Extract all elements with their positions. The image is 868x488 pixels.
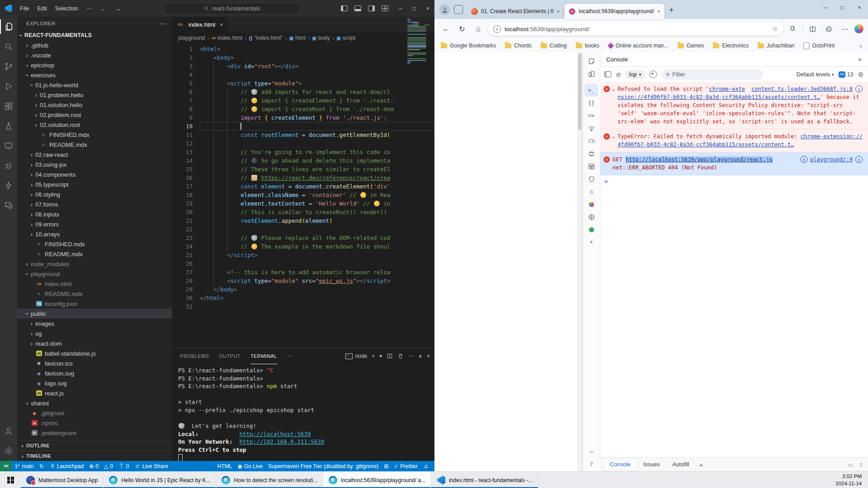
- breadcrumb-item[interactable]: ▣body: [312, 35, 330, 41]
- drawer-add-icon[interactable]: +: [697, 461, 706, 469]
- settings-more-icon[interactable]: ⋯: [838, 22, 852, 36]
- bookmark-electronics[interactable]: Electronics: [713, 42, 749, 49]
- source-link[interactable]: playground/:9: [810, 155, 853, 164]
- maximize-icon[interactable]: □: [834, 0, 851, 15]
- close-icon[interactable]: ×: [421, 0, 434, 17]
- tree-item-01-js-hello-world[interactable]: ›01.js-hello-world: [17, 80, 172, 90]
- taskbar-button-how[interactable]: How to detect the screen resoluti...: [216, 472, 323, 488]
- ai-explain-icon[interactable]: ✦: [855, 85, 863, 93]
- bookmarks-overflow-icon[interactable]: ›: [860, 42, 862, 49]
- tree-item-favicon-ico[interactable]: ★favicon.ico: [17, 358, 172, 368]
- activity-extensions[interactable]: [0, 96, 17, 116]
- terminal-dropdown-icon[interactable]: ▾: [379, 353, 382, 359]
- terminal[interactable]: PS E:\react-fundamentals> ^CPS E:\react-…: [178, 366, 434, 461]
- dock-icon[interactable]: ▭: [848, 461, 853, 468]
- tree-item--github[interactable]: ›.github: [17, 40, 172, 50]
- source-link[interactable]: content.ts-loader-3ed3668f.js:8: [751, 85, 853, 93]
- section-outline[interactable]: ›OUTLINE: [17, 440, 172, 450]
- activity-source-control[interactable]: [0, 56, 17, 76]
- site-info-icon[interactable]: i: [493, 25, 501, 33]
- ai-explain-icon[interactable]: ✦: [855, 156, 863, 163]
- activity-live-share[interactable]: [0, 156, 17, 176]
- tree-item-finished-mdx[interactable]: ≡FINISHED.mdx: [17, 130, 172, 140]
- status-0[interactable]: 0: [116, 463, 132, 469]
- expand-triangle-icon[interactable]: ▸: [613, 133, 615, 149]
- context-selector[interactable]: top▾: [626, 70, 645, 79]
- devtools-add-tools-icon[interactable]: +: [585, 236, 598, 248]
- tree-item-07-forms[interactable]: ›07.forms: [17, 199, 172, 209]
- live-expression-icon[interactable]: [649, 70, 657, 78]
- panel-tab-output[interactable]: OUTPUT: [219, 348, 241, 364]
- console-sidebar-icon[interactable]: [604, 71, 611, 77]
- tree-item-02-solution-root[interactable]: ›02.solution.root: [17, 120, 172, 130]
- clear-console-icon[interactable]: ⊘: [616, 71, 621, 78]
- tree-item-readme-mdx[interactable]: ≡README.mdx: [17, 140, 172, 150]
- devtools-help-icon[interactable]: ?: [585, 459, 598, 470]
- expand-triangle-icon[interactable]: ▸: [613, 86, 615, 126]
- devtools-close-icon[interactable]: ×: [858, 56, 862, 63]
- devtools-network-icon[interactable]: [585, 122, 598, 134]
- maximize-icon[interactable]: □: [407, 0, 421, 17]
- terminal-shell-node[interactable]: >node: [345, 353, 367, 359]
- home-icon[interactable]: ⌂: [472, 22, 485, 36]
- tree-item-react-dom[interactable]: ›react-dom: [17, 338, 172, 348]
- status-supermaven[interactable]: Supermaven Free Tier (disabled by .gitig…: [265, 463, 381, 469]
- console-message[interactable]: ×▸content.ts-loader-3ed3668f.js:8✦Refuse…: [600, 82, 868, 129]
- menu-more[interactable]: ⋯: [82, 5, 96, 12]
- drawer-tab-issues[interactable]: Issues: [638, 460, 665, 469]
- panel-more-icon[interactable]: ⋯: [408, 353, 414, 359]
- bookmark-coding[interactable]: Coding: [541, 42, 567, 49]
- tree-item-public[interactable]: ›public: [17, 309, 172, 319]
- tree-item--npmrc[interactable]: n.npmrc: [17, 418, 172, 428]
- devtools-console-icon[interactable]: >_: [585, 84, 598, 96]
- devtools-css-overview-icon[interactable]: [585, 211, 598, 223]
- bookmark-octoprint[interactable]: OctoPrint: [803, 42, 835, 49]
- status-launchpad[interactable]: Launchpad: [47, 463, 86, 469]
- taskbar-clock[interactable]: 2:02 PM 2024-11-14: [829, 472, 868, 488]
- menu-selection[interactable]: Selection: [51, 5, 82, 12]
- nav-back-icon[interactable]: ←: [96, 5, 111, 12]
- status-prettier[interactable]: ✓Prettier: [391, 463, 420, 469]
- activity-gitlens[interactable]: [0, 176, 17, 196]
- panel-tab-problems[interactable]: PROBLEMS: [180, 348, 209, 364]
- command-center-search[interactable]: react-fundamentals: [164, 3, 300, 14]
- tree-item--prettierignore[interactable]: P.prettierignore: [17, 428, 172, 438]
- activity-comments[interactable]: [0, 196, 17, 216]
- status-html[interactable]: HTML: [215, 463, 235, 469]
- history-icon[interactable]: [822, 22, 835, 36]
- activity-settings[interactable]: [0, 441, 17, 461]
- page-content[interactable]: [434, 52, 582, 471]
- request-icon[interactable]: ⇅: [800, 156, 807, 163]
- tab-actions-icon[interactable]: [454, 5, 463, 14]
- browser-tab[interactable]: 01. Create React Elements | 0×: [467, 4, 564, 19]
- tree-item-exercises[interactable]: ›exercises: [17, 70, 172, 80]
- tab-close-icon[interactable]: ×: [220, 22, 223, 28]
- tab-index-html[interactable]: <> index.html ×: [172, 17, 227, 33]
- tab-close-icon[interactable]: ×: [557, 9, 560, 14]
- console-message[interactable]: ×⇅playground/:9✦GET http://localhost:563…: [600, 152, 868, 175]
- maximize-panel-icon[interactable]: ∧: [418, 353, 422, 359]
- status-go[interactable]: ◉Go Live: [235, 463, 265, 469]
- devtools-device-toolbar-icon[interactable]: [585, 68, 598, 80]
- page-scrollbar[interactable]: [577, 52, 582, 471]
- tree-item-10-arrays[interactable]: ›10.arrays: [17, 229, 172, 239]
- start-button[interactable]: [0, 472, 21, 488]
- tree-root[interactable]: ›REACT-FUNDAMENTALS: [17, 30, 172, 40]
- tree-item-finished-mdx[interactable]: ≡FINISHED.mdx: [17, 239, 172, 249]
- nav-forward-icon[interactable]: →: [111, 5, 125, 12]
- tree-item-shared[interactable]: ›shared: [17, 398, 172, 408]
- activity-run-debug[interactable]: [0, 76, 17, 96]
- taskbar-button-hello[interactable]: Hello World in JS | Epic React by K...: [104, 472, 216, 488]
- tree-item-01-solution-hello[interactable]: ›01.solution.hello: [17, 100, 172, 110]
- tree-item-01-problem-hello[interactable]: ›01.problem.hello: [17, 90, 172, 100]
- bookmark-juhachiban[interactable]: Juhachiban: [758, 42, 794, 49]
- tree-item-epicshop[interactable]: ›epicshop: [17, 60, 172, 70]
- breadcrumb-item[interactable]: ▣script: [336, 35, 355, 41]
- toggle-secondary-sidebar-icon[interactable]: [366, 4, 377, 14]
- activity-testing[interactable]: [0, 116, 17, 136]
- tree-item-readme-mdx[interactable]: ≡README.mdx: [17, 249, 172, 259]
- close-icon[interactable]: ×: [851, 0, 868, 15]
- code-editor[interactable]: 1<html>2 <body>3 <div id="root"></div>45…: [172, 43, 434, 348]
- split-screen-icon[interactable]: [806, 22, 819, 36]
- browser-tab-active[interactable]: localhost:5639/app/playground/×: [564, 4, 665, 19]
